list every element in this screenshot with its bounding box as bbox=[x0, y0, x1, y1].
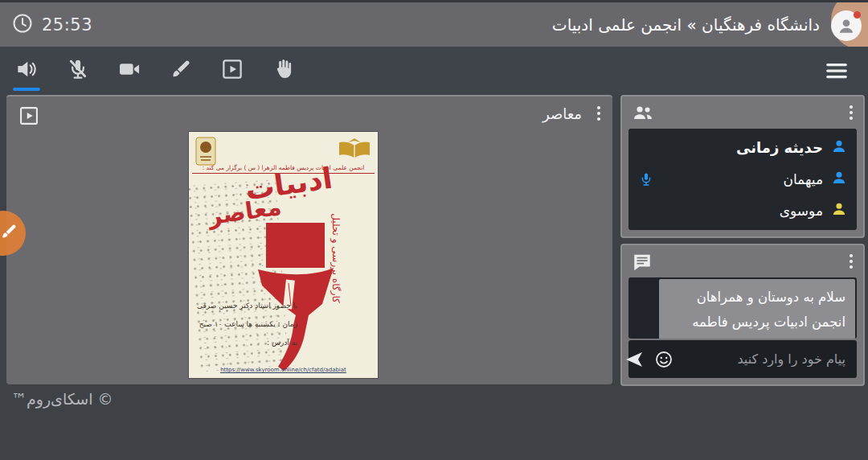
mic-muted-icon bbox=[66, 57, 90, 84]
stage-media-player-icon[interactable] bbox=[18, 105, 40, 130]
stage-title: معاصر bbox=[542, 105, 582, 122]
volume-button[interactable] bbox=[8, 47, 45, 95]
clock-icon bbox=[11, 12, 34, 38]
poster-url: https://www.skyroom.online/ch/cfatd/adab… bbox=[192, 367, 375, 373]
chat-panel: سلام به دوستان و همراهان انجمن ادبیات پر… bbox=[620, 244, 865, 386]
user-icon bbox=[831, 201, 847, 220]
camera-icon bbox=[117, 56, 142, 85]
chat-kebab-icon[interactable] bbox=[847, 252, 855, 271]
speaker-icon bbox=[14, 56, 39, 85]
skyroom-watermark: © اسکای‌روم™ bbox=[11, 390, 113, 408]
participants-icon bbox=[632, 103, 654, 125]
session-timer: 25:53 bbox=[11, 2, 92, 47]
participants-list: حدیثه زمانی میهمان bbox=[628, 129, 857, 230]
poster-info-lines: با حضور استاد دکتر حسین صرفی زمان : یکشن… bbox=[197, 297, 297, 352]
chat-message: سلام به دوستان و همراهان انجمن ادبیات پر… bbox=[659, 279, 855, 339]
brush-button[interactable] bbox=[162, 47, 199, 95]
participant-name: میهمان bbox=[783, 171, 823, 187]
presentation-stage: معاصر انجمن علمی ادبیات پردیس فاطم bbox=[6, 95, 612, 384]
media-player-icon bbox=[220, 57, 244, 84]
active-indicator bbox=[13, 88, 40, 91]
chat-message-list[interactable]: سلام به دوستان و همراهان انجمن ادبیات پر… bbox=[628, 277, 857, 339]
header-bar: 25:53 دانشگاه فرهنگیان » انجمن علمی ادبی… bbox=[0, 0, 868, 47]
participants-kebab-icon[interactable] bbox=[847, 103, 855, 122]
chat-message-input[interactable] bbox=[683, 351, 847, 368]
poster-time-line: زمان : یکشنبه ها ساعت ۱۰ صبح bbox=[197, 315, 297, 334]
timer-value: 25:53 bbox=[42, 15, 92, 35]
event-poster: انجمن علمی ادبیات پردیس فاطمه الزهرا ( س… bbox=[189, 132, 378, 378]
user-icon bbox=[831, 170, 847, 189]
participant-row[interactable]: حدیثه زمانی bbox=[638, 132, 847, 163]
stage-kebab-icon[interactable] bbox=[595, 104, 603, 123]
participant-row[interactable]: میهمان bbox=[638, 163, 847, 195]
participants-header bbox=[622, 97, 863, 129]
hamburger-menu-icon[interactable] bbox=[823, 58, 850, 84]
participant-name: حدیثه زمانی bbox=[736, 139, 823, 156]
user-icon bbox=[831, 138, 847, 158]
brush-icon bbox=[0, 222, 18, 244]
skyroom-app: 25:53 دانشگاه فرهنگیان » انجمن علمی ادبی… bbox=[0, 0, 868, 460]
brush-icon bbox=[169, 57, 193, 84]
camera-button[interactable] bbox=[111, 47, 148, 95]
hand-icon bbox=[272, 57, 296, 84]
chat-message-line1: سلام به دوستان و همراهان bbox=[665, 285, 845, 310]
room-title: دانشگاه فرهنگیان » انجمن علمی ادبیات bbox=[552, 15, 820, 35]
participants-panel: حدیثه زمانی میهمان bbox=[620, 95, 865, 238]
participant-name: موسوی bbox=[780, 203, 823, 219]
participant-row[interactable]: موسوی bbox=[638, 195, 847, 227]
send-icon[interactable] bbox=[624, 350, 645, 369]
notification-dot bbox=[854, 11, 861, 18]
chat-header bbox=[622, 245, 863, 277]
poster-address-line: به آدرس : bbox=[197, 334, 297, 352]
media-player-button[interactable] bbox=[214, 47, 251, 95]
poster-guest-line: با حضور استاد دکتر حسین صرفی bbox=[197, 297, 297, 315]
raise-hand-button[interactable] bbox=[265, 47, 302, 95]
chat-input-bar bbox=[628, 340, 857, 378]
chat-icon bbox=[632, 252, 653, 276]
chat-message-line2: انجمن ادبیات پردیس فاطمه bbox=[665, 310, 845, 335]
main-toolbar bbox=[0, 47, 868, 95]
room-title-group: دانشگاه فرهنگیان » انجمن علمی ادبیات bbox=[542, 2, 868, 47]
microphone-button[interactable] bbox=[59, 47, 96, 95]
emoji-icon[interactable] bbox=[654, 350, 674, 369]
mic-on-icon[interactable] bbox=[638, 171, 654, 187]
stage-title-row: معاصر bbox=[542, 104, 603, 123]
user-avatar[interactable] bbox=[826, 2, 868, 47]
